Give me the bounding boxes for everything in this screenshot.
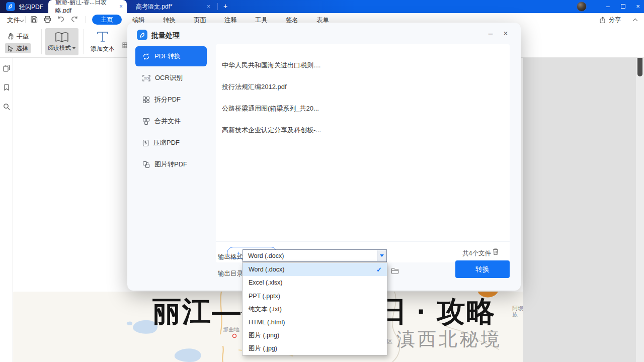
file-list-item-1[interactable]: 投行法规汇编2012.pdf bbox=[222, 76, 504, 98]
share-button[interactable]: 分享 bbox=[599, 16, 621, 24]
output-format-label: 输出格式 bbox=[218, 253, 243, 261]
dialog-sidebar-label: PDF转换 bbox=[154, 52, 181, 61]
titlebar: 轻闪PDF 旅游-丽江-香...日攻略.pdf × 高考语文.pdf* × + … bbox=[0, 0, 644, 13]
file-menu[interactable]: 文件 bbox=[7, 16, 20, 25]
tab-close-icon[interactable]: × bbox=[207, 3, 210, 10]
hand-icon bbox=[8, 33, 14, 40]
map-label-aba: 阿坝族 bbox=[512, 305, 524, 317]
add-text-button[interactable]: 添加文本 bbox=[89, 28, 117, 55]
dialog-sidebar-item-4[interactable]: 压缩PDF bbox=[135, 133, 207, 153]
share-label: 分享 bbox=[609, 16, 621, 24]
dialog-close-button[interactable]: × bbox=[501, 29, 511, 38]
map-pin bbox=[233, 334, 236, 338]
read-mode-button[interactable]: 阅读模式 bbox=[45, 28, 78, 55]
dialog-sidebar-item-0[interactable]: PDF转换 bbox=[135, 46, 207, 66]
hand-tool-button[interactable]: 手型 bbox=[5, 31, 31, 41]
merge-icon bbox=[142, 118, 150, 125]
document-title-right: 日 · 攻略 bbox=[378, 293, 496, 331]
app-window: 丽江—香 日 · 攻略 滇西北秘境 那曲地 阿坝族 区 轻闪PDF 旅游-丽江-… bbox=[0, 0, 644, 362]
cursor-icon bbox=[8, 45, 14, 52]
format-option-0[interactable]: Word (.docx)✓ bbox=[243, 263, 387, 276]
dialog-sidebar-item-5[interactable]: 图片转PDF bbox=[135, 154, 207, 174]
scrollbar-thumb[interactable] bbox=[637, 55, 642, 76]
save-icon[interactable] bbox=[30, 16, 38, 23]
divider bbox=[86, 16, 86, 23]
divider bbox=[41, 29, 42, 54]
window-maximize-button[interactable] bbox=[621, 4, 625, 9]
print-icon[interactable] bbox=[44, 16, 51, 23]
format-option-label: 纯文本 (.txt) bbox=[249, 305, 282, 314]
dialog-sidebar-item-1[interactable]: OCROCR识别 bbox=[135, 68, 207, 88]
tab-label: 高考语文.pdf* bbox=[136, 3, 173, 11]
app-name: 轻闪PDF bbox=[19, 3, 43, 12]
dialog-sidebar-item-3[interactable]: 合并文件 bbox=[135, 111, 207, 131]
dialog-minimize-button[interactable]: – bbox=[486, 29, 496, 38]
image-to-pdf-icon bbox=[142, 161, 150, 168]
book-icon bbox=[55, 32, 69, 43]
share-icon bbox=[599, 17, 606, 24]
file-list-item-2[interactable]: 公路桥梁通用图(箱梁系列_共20... bbox=[222, 98, 504, 119]
divider bbox=[84, 29, 84, 54]
check-icon: ✓ bbox=[376, 266, 382, 274]
dropdown-arrow-button[interactable] bbox=[377, 250, 386, 261]
trash-icon[interactable] bbox=[492, 248, 499, 255]
bookmark-icon[interactable] bbox=[3, 84, 10, 91]
map-label-naqu: 那曲地 bbox=[223, 326, 239, 333]
tab-close-icon[interactable]: × bbox=[119, 3, 123, 10]
navigation-rail bbox=[0, 58, 13, 362]
format-option-1[interactable]: Excel (.xlsx) bbox=[243, 276, 387, 289]
batch-dialog-logo-icon bbox=[137, 30, 147, 40]
add-text-label: 添加文本 bbox=[91, 45, 115, 53]
map-label-qu: 区 bbox=[387, 338, 392, 345]
search-icon[interactable] bbox=[3, 103, 10, 110]
redo-icon[interactable] bbox=[70, 16, 78, 23]
file-list-item-3[interactable]: 高新技术企业认定分享及科创板-... bbox=[222, 119, 504, 141]
tab-document-2[interactable]: 高考语文.pdf* × bbox=[130, 0, 214, 13]
new-tab-button[interactable]: + bbox=[223, 2, 227, 10]
file-list: 中华人民共和国海关进出口税则....投行法规汇编2012.pdf公路桥梁通用图(… bbox=[222, 54, 504, 141]
file-list-panel: 中华人民共和国海关进出口税则....投行法规汇编2012.pdf公路桥梁通用图(… bbox=[216, 44, 510, 262]
window-minimize-button[interactable]: – bbox=[604, 3, 612, 10]
format-option-4[interactable]: HTML (.html) bbox=[243, 316, 387, 329]
format-option-6[interactable]: 图片 (.jpg) bbox=[243, 342, 387, 355]
format-option-2[interactable]: PPT (.pptx) bbox=[243, 290, 387, 303]
convert-button[interactable]: 转换 bbox=[455, 260, 510, 278]
compress-icon bbox=[142, 139, 149, 147]
window-close-button[interactable]: × bbox=[634, 3, 642, 10]
selected-format-value: Word (.docx) bbox=[243, 252, 284, 259]
select-tool-label: 选择 bbox=[16, 44, 28, 53]
chevron-down-icon bbox=[20, 18, 24, 22]
svg-text:OCR: OCR bbox=[144, 76, 150, 79]
file-list-item-0[interactable]: 中华人民共和国海关进出口税则.... bbox=[222, 54, 504, 76]
partially-hidden-tool-icon bbox=[122, 42, 127, 48]
collapse-ribbon-icon[interactable] bbox=[633, 19, 638, 24]
dialog-title: 批量处理 bbox=[151, 31, 180, 40]
format-option-5[interactable]: 图片 (.png) bbox=[243, 329, 387, 342]
output-format-select[interactable]: Word (.docx) bbox=[243, 249, 387, 262]
home-tab-button[interactable]: 主页 bbox=[92, 15, 122, 25]
dialog-sidebar-label: 图片转PDF bbox=[154, 160, 187, 169]
triangle-down-icon bbox=[380, 254, 384, 257]
format-option-label: HTML (.html) bbox=[249, 319, 285, 326]
dialog-sidebar-item-2[interactable]: 拆分PDF bbox=[135, 89, 207, 110]
caret-down-icon bbox=[72, 47, 76, 49]
split-icon bbox=[142, 96, 150, 104]
user-avatar[interactable] bbox=[577, 2, 587, 12]
hand-tool-label: 手型 bbox=[17, 32, 29, 41]
dialog-sidebar-label: 拆分PDF bbox=[154, 95, 181, 104]
browse-folder-icon[interactable] bbox=[391, 267, 399, 275]
undo-icon[interactable] bbox=[57, 16, 65, 23]
format-option-label: Excel (.xlsx) bbox=[249, 279, 282, 286]
text-tool-icon bbox=[96, 31, 109, 43]
tab-document-1[interactable]: 旅游-丽江-香...日攻略.pdf × bbox=[48, 0, 127, 13]
vertical-scrollbar[interactable] bbox=[636, 58, 644, 362]
format-dropdown-list: Word (.docx)✓Excel (.xlsx)PPT (.pptx)纯文本… bbox=[242, 262, 387, 355]
read-mode-label: 阅读模式 bbox=[48, 44, 76, 52]
document-subtitle: 滇西北秘境 bbox=[396, 327, 502, 352]
page-thumbnails-icon[interactable] bbox=[3, 65, 10, 72]
format-option-3[interactable]: 纯文本 (.txt) bbox=[243, 303, 387, 316]
format-option-label: Word (.docx) bbox=[249, 266, 284, 273]
dialog-sidebar-label: 合并文件 bbox=[154, 117, 181, 126]
select-tool-button[interactable]: 选择 bbox=[5, 43, 31, 53]
ocr-icon: OCR bbox=[142, 75, 150, 81]
